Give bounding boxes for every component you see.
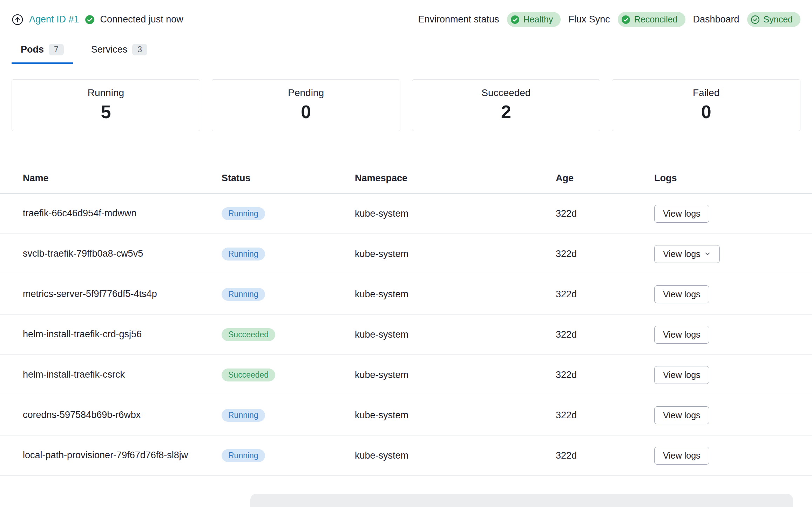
card-value: 0 [212, 101, 400, 122]
agent-id-link[interactable]: Agent ID #1 [29, 14, 79, 25]
col-header-logs: Logs [654, 173, 800, 184]
summary-card-failed: Failed 0 [612, 79, 800, 131]
status-badge: Running [222, 449, 265, 462]
status-badge: Running [222, 288, 265, 301]
pod-namespace: kube-system [355, 370, 556, 380]
environment-status-label: Environment status [418, 14, 499, 25]
view-logs-button[interactable]: View logs [654, 406, 709, 424]
flux-sync-value: Reconciled [634, 14, 678, 25]
card-label: Pending [212, 87, 400, 99]
pod-age: 322d [556, 249, 654, 259]
dashboard-sync-badge: Synced [747, 12, 800, 27]
col-header-name: Name [23, 173, 222, 184]
pod-name: svclb-traefik-79ffb0a8-cw5v5 [23, 239, 222, 269]
pod-name: traefik-66c46d954f-mdwwn [23, 199, 222, 228]
agent-icon [12, 14, 23, 26]
tab-bar: Pods 7 Services 3 [0, 39, 812, 64]
pod-age: 322d [556, 410, 654, 421]
summary-card-succeeded: Succeeded 2 [412, 79, 601, 131]
pod-name: coredns-597584b69b-r6wbx [23, 400, 222, 430]
pod-age: 322d [556, 450, 654, 461]
status-badge: Running [222, 409, 265, 422]
table-row: helm-install-traefik-csrck Succeeded kub… [0, 355, 812, 395]
card-label: Failed [612, 87, 800, 99]
pod-namespace: kube-system [355, 249, 556, 259]
col-header-status: Status [222, 173, 355, 184]
view-logs-button[interactable]: View logs [654, 205, 709, 223]
tab-pods-label: Pods [21, 44, 44, 55]
chevron-down-icon [704, 250, 711, 257]
status-badge: Succeeded [222, 369, 275, 381]
flux-sync-label: Flux Sync [568, 14, 610, 25]
pod-namespace: kube-system [355, 450, 556, 461]
status-badge: Succeeded [222, 328, 275, 341]
pod-namespace: kube-system [355, 329, 556, 340]
bottom-sheet-edge [250, 494, 793, 507]
flux-sync-badge: Reconciled [618, 12, 685, 27]
dashboard-page: Agent ID #1 Connected just now Environme… [0, 0, 812, 507]
pod-name: local-path-provisioner-79f67d76f8-sl8jw [23, 441, 222, 470]
col-header-age: Age [556, 173, 654, 184]
card-value: 0 [612, 101, 800, 122]
col-header-namespace: Namespace [355, 173, 556, 184]
pod-namespace: kube-system [355, 208, 556, 219]
view-logs-dropdown-button[interactable]: View logs [654, 245, 720, 263]
card-value: 2 [412, 101, 600, 122]
environment-status-value: Healthy [523, 14, 553, 25]
header-status-group: Environment status Healthy Flux Sync [418, 12, 800, 27]
table-header-row: Name Status Namespace Age Logs [0, 163, 812, 194]
pod-age: 322d [556, 329, 654, 340]
tab-services-label: Services [91, 44, 128, 55]
pod-age: 322d [556, 370, 654, 380]
tab-pods[interactable]: Pods 7 [12, 39, 73, 64]
table-row: local-path-provisioner-79f67d76f8-sl8jw … [0, 435, 812, 476]
table-row: svclb-traefik-79ffb0a8-cw5v5 Running kub… [0, 234, 812, 274]
pod-age: 322d [556, 208, 654, 219]
card-label: Succeeded [412, 87, 600, 99]
dashboard-label: Dashboard [693, 14, 739, 25]
table-row: coredns-597584b69b-r6wbx Running kube-sy… [0, 395, 812, 435]
tab-pods-count: 7 [49, 44, 64, 55]
summary-card-running: Running 5 [12, 79, 200, 131]
connection-status-text: Connected just now [100, 14, 183, 25]
pod-name: metrics-server-5f9f776df5-4ts4p [23, 279, 222, 309]
card-label: Running [12, 87, 200, 99]
dashboard-sync-value: Synced [764, 14, 793, 25]
view-logs-button[interactable]: View logs [654, 366, 709, 384]
status-badge: Running [222, 207, 265, 220]
view-logs-button[interactable]: View logs [654, 285, 709, 303]
pods-table: Name Status Namespace Age Logs traefik-6… [0, 163, 812, 476]
pod-name: helm-install-traefik-csrck [23, 360, 222, 390]
pod-name: helm-install-traefik-crd-gsj56 [23, 320, 222, 349]
synced-icon [751, 15, 760, 24]
view-logs-button[interactable]: View logs [654, 447, 709, 465]
header-bar: Agent ID #1 Connected just now Environme… [0, 0, 812, 27]
pod-age: 322d [556, 289, 654, 300]
tab-services[interactable]: Services 3 [82, 39, 156, 64]
environment-status-badge: Healthy [507, 12, 561, 27]
card-value: 5 [12, 101, 200, 122]
connected-check-icon [85, 15, 95, 25]
pod-namespace: kube-system [355, 289, 556, 300]
pod-namespace: kube-system [355, 410, 556, 421]
healthy-check-icon [510, 15, 520, 24]
reconciled-check-icon [621, 15, 630, 24]
view-logs-button[interactable]: View logs [654, 326, 709, 344]
summary-card-pending: Pending 0 [212, 79, 400, 131]
table-row: metrics-server-5f9f776df5-4ts4p Running … [0, 274, 812, 315]
summary-cards: Running 5 Pending 0 Succeeded 2 Failed 0 [0, 79, 812, 131]
tab-services-count: 3 [132, 44, 147, 55]
table-row: helm-install-traefik-crd-gsj56 Succeeded… [0, 315, 812, 355]
status-badge: Running [222, 248, 265, 261]
table-row: traefik-66c46d954f-mdwwn Running kube-sy… [0, 194, 812, 234]
